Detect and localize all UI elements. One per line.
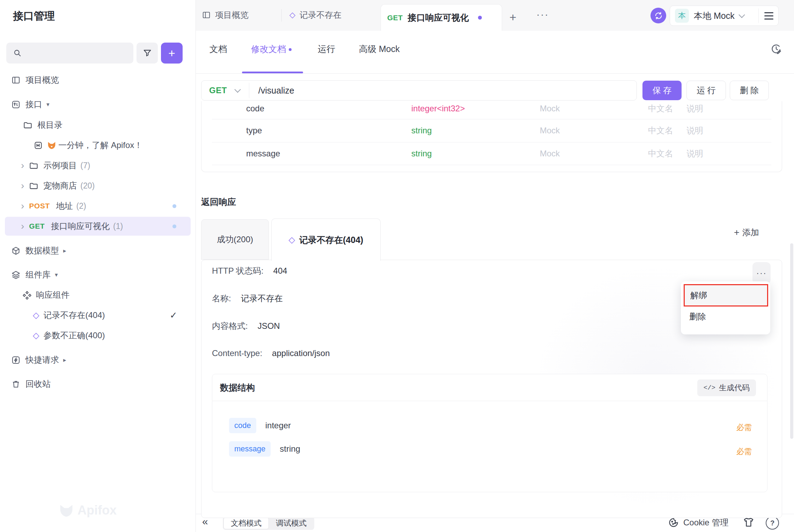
save-button[interactable]: 保 存: [642, 81, 682, 100]
generate-code-button[interactable]: </> 生成代码: [697, 379, 756, 396]
sidebar-item-quick-request[interactable]: 快捷请求 ▸: [0, 350, 196, 370]
menu-item-unbind[interactable]: 解绑: [684, 284, 768, 306]
caret-down-icon[interactable]: ▾: [46, 101, 50, 108]
api-icon: [11, 100, 21, 109]
sidebar-item-example-project[interactable]: › 示例项目 (7): [0, 155, 196, 176]
sidebar-item-response-components[interactable]: 响应组件: [0, 285, 196, 305]
code-tag-icon: </>: [704, 384, 715, 392]
table-row[interactable]: message string Mock 中文名 说明: [201, 142, 782, 165]
field-value[interactable]: 记录不存在: [241, 293, 283, 304]
field-value[interactable]: 404: [273, 266, 287, 276]
sidebar-item-component-400[interactable]: ◇ 参数不正确(400): [0, 325, 196, 346]
sidebar-item-label: 一分钟，了解 Apifox！: [58, 140, 142, 151]
desc-placeholder[interactable]: 说明: [686, 103, 703, 114]
plus-icon: +: [734, 227, 740, 238]
menu-icon[interactable]: [764, 10, 773, 22]
mock-placeholder[interactable]: Mock: [540, 104, 560, 113]
add-api-button[interactable]: +: [161, 43, 183, 64]
sidebar-item-root-folder[interactable]: 根目录: [0, 115, 196, 135]
environment-selector[interactable]: 本 本地 Mock: [670, 6, 779, 26]
sidebar-item-post-address[interactable]: › POST 地址 (2): [0, 196, 196, 216]
item-count: (2): [76, 201, 86, 211]
caret-down-icon[interactable]: ▾: [55, 271, 58, 279]
help-button[interactable]: ?: [766, 516, 779, 530]
table-row[interactable]: code integer<int32> Mock 中文名 说明: [201, 101, 782, 119]
path-input[interactable]: /visualize: [258, 86, 294, 96]
apifox-app: 接口管理 + 项目概览 接口 ▾: [0, 0, 794, 532]
mock-placeholder[interactable]: Mock: [540, 126, 560, 135]
desc-placeholder[interactable]: 说明: [686, 148, 703, 159]
search-input[interactable]: [6, 43, 133, 64]
env-badge: 本: [675, 9, 689, 23]
tab-run[interactable]: 运行: [318, 43, 335, 55]
response-tab-404-active[interactable]: ◇ 记录不存在(404): [271, 219, 381, 261]
apifox-watermark: Apifox: [59, 503, 117, 518]
caret-right-icon[interactable]: ▸: [63, 356, 66, 364]
response-tab-success-200[interactable]: 成功(200): [201, 219, 269, 260]
desc-placeholder[interactable]: 说明: [686, 125, 703, 136]
run-button[interactable]: 运 行: [686, 81, 726, 100]
check-icon: ✓: [170, 310, 177, 321]
sidebar-item-get-visualize[interactable]: › GET 接口响应可视化 (1): [0, 216, 196, 236]
field-type: string: [411, 126, 432, 135]
cn-name-placeholder[interactable]: 中文名: [648, 148, 673, 159]
chevron-right-icon[interactable]: ›: [21, 221, 24, 231]
sidebar-item-component-404[interactable]: ◇ 记录不存在(404) ✓: [0, 305, 196, 325]
filter-button[interactable]: [137, 43, 158, 64]
schema-row-message[interactable]: message string: [229, 441, 300, 457]
mock-placeholder[interactable]: Mock: [540, 149, 560, 158]
tab-active-get-visualize[interactable]: GET 接口响应可视化: [381, 4, 502, 31]
sidebar-item-pet-store[interactable]: › 宠物商店 (20): [0, 176, 196, 196]
tab-label: 修改文档: [251, 44, 286, 54]
menu-item-delete[interactable]: 删除: [681, 306, 770, 327]
unsaved-dot: [478, 16, 482, 20]
menu-item-label: 删除: [689, 311, 706, 322]
doc-mode-toggle[interactable]: 文档模式: [223, 517, 269, 529]
tab-doc[interactable]: 文档: [209, 43, 227, 55]
tab-more-button[interactable]: ···: [536, 8, 549, 20]
new-tab-button[interactable]: +: [509, 10, 516, 24]
unread-dot: [172, 204, 176, 208]
more-actions-button[interactable]: ···: [752, 262, 771, 284]
chevron-right-icon[interactable]: ›: [21, 181, 24, 191]
tab-edit-doc[interactable]: 修改文档: [251, 43, 292, 55]
chevron-right-icon[interactable]: ›: [21, 161, 24, 170]
data-structure-card: 数据结构 </> 生成代码 code integer 必需 message st…: [212, 374, 767, 492]
scrollbar-thumb[interactable]: [790, 243, 793, 439]
method-select[interactable]: GET: [209, 86, 227, 95]
sidebar-item-label: 响应组件: [36, 289, 69, 301]
sidebar-item-data-model[interactable]: 数据模型 ▸: [0, 241, 196, 261]
history-icon[interactable]: [770, 43, 782, 55]
tab-label: 项目概览: [215, 9, 249, 21]
sidebar-item-project-overview[interactable]: 项目概览: [0, 70, 196, 90]
sync-button[interactable]: [650, 8, 666, 23]
field-value[interactable]: application/json: [272, 348, 330, 358]
sidebar-item-label: 数据模型: [25, 245, 59, 256]
field-label: HTTP 状态码:: [212, 265, 264, 276]
tab-project-overview[interactable]: 项目概览: [202, 9, 249, 21]
field-value[interactable]: JSON: [258, 321, 280, 331]
theme-tshirt-icon[interactable]: [743, 516, 755, 528]
tab-record-not-found[interactable]: ◇ 记录不存在: [289, 9, 341, 21]
caret-right-icon[interactable]: ▸: [63, 247, 66, 254]
sidebar-item-minute-doc[interactable]: 一分钟，了解 Apifox！: [0, 135, 196, 155]
sidebar-item-trash[interactable]: 回收站: [0, 374, 196, 394]
schema-row-code[interactable]: code integer: [229, 418, 291, 433]
unread-dot: [172, 224, 176, 228]
content-format-field: 内容格式: JSON: [212, 320, 280, 332]
add-response-button[interactable]: + 添加: [734, 227, 759, 238]
content-type-field: Content-type: application/json: [212, 348, 330, 358]
sidebar-item-label: 回收站: [25, 378, 51, 390]
delete-button[interactable]: 删 除: [730, 81, 769, 100]
sidebar-item-api[interactable]: 接口 ▾: [0, 94, 196, 114]
cookie-manager-button[interactable]: Cookie 管理: [668, 517, 728, 528]
cn-name-placeholder[interactable]: 中文名: [648, 125, 673, 136]
tab-advanced-mock[interactable]: 高级 Mock: [359, 43, 400, 55]
chevron-right-icon[interactable]: ›: [21, 201, 24, 211]
debug-mode-toggle[interactable]: 调试模式: [269, 517, 314, 529]
table-row[interactable]: type string Mock 中文名 说明: [201, 119, 782, 142]
sidebar-item-component-library[interactable]: 组件库 ▾: [0, 265, 196, 285]
env-label: 本地 Mock: [694, 10, 735, 22]
cn-name-placeholder[interactable]: 中文名: [648, 103, 673, 114]
item-count: (20): [80, 181, 95, 191]
